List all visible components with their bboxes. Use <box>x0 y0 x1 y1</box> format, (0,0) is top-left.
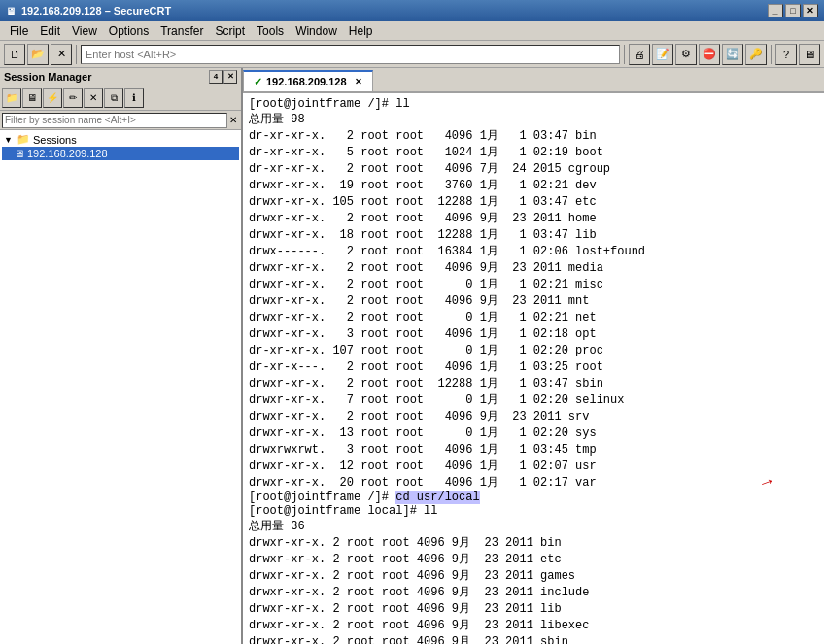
session-item-1[interactable]: 🖥 192.168.209.128 <box>2 147 239 160</box>
tab-label: 192.168.209.128 <box>266 76 347 87</box>
terminal-line: drwxr-xr-x. 2 root root 4096 9月 23 2011 … <box>249 210 818 226</box>
terminal-line: drwxr-xr-x. 2 root root 4096 9月 23 2011 … <box>249 617 818 633</box>
sessions-root-item[interactable]: ▼ 📁 Sessions <box>2 132 239 147</box>
clone-session-button[interactable]: ⧉ <box>104 88 123 108</box>
highlighted-command: cd usr/local <box>395 491 479 504</box>
terminal-line: drwxr-xr-x. 7 root root 0 1月 1 02:20 sel… <box>249 391 818 408</box>
terminal-line: 总用量 98 <box>249 111 818 127</box>
panel-pin-button[interactable]: 4 <box>209 70 223 84</box>
terminal-wrapper: [root@jointframe /]# ll总用量 98dr-xr-xr-x.… <box>243 93 824 644</box>
terminal-line: dr-xr-xr-x. 107 root root 0 1月 1 02:20 p… <box>249 342 818 358</box>
menu-file[interactable]: File <box>4 22 34 40</box>
key-button[interactable]: 🔑 <box>745 44 767 65</box>
sessions-label: Sessions <box>33 134 77 146</box>
maximize-button[interactable]: □ <box>785 4 801 17</box>
host-input[interactable] <box>81 45 620 64</box>
help-button[interactable]: ? <box>775 44 797 65</box>
delete-session-button[interactable]: ✕ <box>84 88 103 108</box>
disconnect-button[interactable]: ⛔ <box>699 44 720 65</box>
terminal-line: drwxr-xr-x. 18 root root 12288 1月 1 03:4… <box>249 226 818 243</box>
panel-toolbar: 📁 🖥 ⚡ ✏ ✕ ⧉ ℹ <box>0 85 241 111</box>
filter-close-icon[interactable]: ✕ <box>227 115 239 125</box>
terminal-line: drwxrwxrwt. 3 root root 4096 1月 1 03:45 … <box>249 441 818 458</box>
terminal-line: drwx------. 2 root root 16384 1月 1 02:06… <box>249 243 818 259</box>
terminal-line: drwxr-xr-x. 2 root root 0 1月 1 02:21 net <box>249 309 818 325</box>
open-button[interactable]: 📂 <box>27 44 49 65</box>
terminal-line: dr-xr-xr-x. 2 root root 4096 7月 24 2015 … <box>249 160 818 177</box>
terminal-line: [root@jointframe /]# cd usr/local <box>249 491 818 504</box>
terminal-line: [root@jointframe /]# ll <box>249 97 818 111</box>
session-manager-title: Session Manager <box>4 71 209 83</box>
settings-button[interactable]: ⚙ <box>675 44 697 65</box>
terminal-line: drwxr-xr-x. 2 root root 4096 9月 23 2011 … <box>249 567 818 584</box>
reconnect-button[interactable]: 🔄 <box>722 44 743 65</box>
terminal-line: drwxr-xr-x. 13 root root 0 1月 1 02:20 sy… <box>249 424 818 441</box>
close-button[interactable]: ✕ <box>803 4 818 17</box>
terminal-line: drwxr-xr-x. 2 root root 4096 9月 23 2011 … <box>249 584 818 600</box>
filter-input[interactable] <box>2 113 227 128</box>
edit-session-button[interactable]: ✏ <box>63 88 83 108</box>
log-button[interactable]: 📝 <box>652 44 673 65</box>
terminal-line: drwxr-xr-x. 2 root root 4096 9月 23 2011 … <box>249 551 818 567</box>
menu-window[interactable]: Window <box>290 22 343 40</box>
session-icon: 🖥 <box>14 148 24 159</box>
panel-close-button[interactable]: ✕ <box>223 70 237 84</box>
new-folder-button[interactable]: 📁 <box>2 88 21 108</box>
new-session-button[interactable]: 🗋 <box>4 44 25 65</box>
tab-close-icon[interactable]: ✕ <box>355 77 362 86</box>
terminal-line: dr-xr-x---. 2 root root 4096 1月 1 03:25 … <box>249 358 818 375</box>
separator-2 <box>624 45 625 64</box>
menu-bar: File Edit View Options Transfer Script T… <box>0 21 824 41</box>
terminal-line: drwxr-xr-x. 2 root root 4096 9月 23 2011 … <box>249 408 818 424</box>
expand-icon: ▼ <box>4 135 14 145</box>
terminal-line: drwxr-xr-x. 3 root root 4096 1月 1 02:18 … <box>249 325 818 342</box>
terminal-line: drwxr-xr-x. 2 root root 0 1月 1 02:21 mis… <box>249 276 818 292</box>
terminal-line: 总用量 36 <box>249 518 818 534</box>
panel-header: Session Manager 4 ✕ <box>0 68 241 85</box>
terminal-line: drwxr-xr-x. 2 root root 4096 9月 23 2011 … <box>249 600 818 617</box>
print-button[interactable]: 🖨 <box>629 44 650 65</box>
terminal-line: drwxr-xr-x. 2 root root 12288 1月 1 03:47… <box>249 375 818 391</box>
tab-bar: ✓ 192.168.209.128 ✕ <box>243 68 824 93</box>
terminal-line: drwxr-xr-x. 19 root root 3760 1月 1 02:21… <box>249 177 818 193</box>
main-toolbar: 🗋 📂 ✕ 🖨 📝 ⚙ ⛔ 🔄 🔑 ? 🖥 <box>0 41 824 68</box>
close-session-button[interactable]: ✕ <box>51 44 72 65</box>
title-bar: 🖥 192.168.209.128 – SecureCRT _ □ ✕ <box>0 0 824 21</box>
terminal-line: dr-xr-xr-x. 5 root root 1024 1月 1 02:19 … <box>249 144 818 160</box>
menu-help[interactable]: Help <box>343 22 379 40</box>
session-tree: ▼ 📁 Sessions 🖥 192.168.209.128 <box>0 130 241 644</box>
terminal-line: drwxr-xr-x. 20 root root 4096 1月 1 02:17… <box>249 474 818 491</box>
new-session-panel-button[interactable]: 🖥 <box>22 88 42 108</box>
panel-controls: 4 ✕ <box>209 70 237 84</box>
separator-1 <box>76 45 77 64</box>
terminal-line: [root@jointframe local]# ll <box>249 504 818 518</box>
session-panel: Session Manager 4 ✕ 📁 🖥 ⚡ ✏ ✕ ⧉ ℹ ✕ ▼ 📁 <box>0 68 243 644</box>
tab-session[interactable]: ✓ 192.168.209.128 ✕ <box>243 70 373 91</box>
window-controls: _ □ ✕ <box>768 4 818 17</box>
tab-check-icon: ✓ <box>254 76 262 88</box>
menu-options[interactable]: Options <box>103 22 154 40</box>
terminal-line: drwxr-xr-x. 2 root root 4096 9月 23 2011 … <box>249 259 818 276</box>
terminal-line: drwxr-xr-x. 12 root root 4096 1月 1 02:07… <box>249 458 818 474</box>
window-title: 192.168.209.128 – SecureCRT <box>21 5 171 17</box>
terminal-line: dr-xr-xr-x. 2 root root 4096 1月 1 03:47 … <box>249 127 818 144</box>
menu-edit[interactable]: Edit <box>34 22 66 40</box>
terminal-line: drwxr-xr-x. 2 root root 4096 9月 23 2011 … <box>249 292 818 309</box>
menu-script[interactable]: Script <box>209 22 251 40</box>
minimize-button[interactable]: _ <box>768 4 783 17</box>
terminal-line: drwxr-xr-x. 2 root root 4096 9月 23 2011 … <box>249 534 818 551</box>
connect-button[interactable]: ⚡ <box>43 88 62 108</box>
terminal-line: drwxr-xr-x. 105 root root 12288 1月 1 03:… <box>249 193 818 210</box>
menu-transfer[interactable]: Transfer <box>154 22 209 40</box>
filter-bar: ✕ <box>0 111 241 130</box>
session-ip-label: 192.168.209.128 <box>27 148 108 159</box>
app-icon: 🖥 <box>6 6 16 17</box>
menu-tools[interactable]: Tools <box>251 22 290 40</box>
monitor-button[interactable]: 🖥 <box>799 44 820 65</box>
terminal-content[interactable]: [root@jointframe /]# ll总用量 98dr-xr-xr-x.… <box>243 93 824 644</box>
folder-icon: 📁 <box>17 133 30 146</box>
menu-view[interactable]: View <box>66 22 103 40</box>
properties-button[interactable]: ℹ <box>124 88 144 108</box>
separator-3 <box>771 45 772 64</box>
terminal-line: drwxr-xr-x. 2 root root 4096 9月 23 2011 … <box>249 633 818 644</box>
